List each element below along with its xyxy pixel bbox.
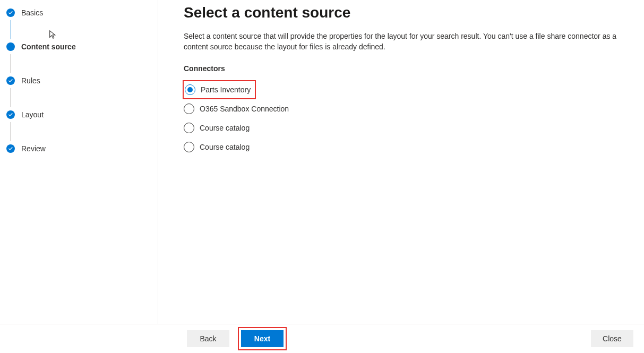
close-button[interactable]: Close — [591, 330, 633, 347]
radio-icon — [185, 84, 195, 95]
current-step-icon — [6, 42, 15, 51]
page-description: Select a content source that will provid… — [184, 31, 631, 53]
step-label: Review — [21, 144, 46, 153]
step-connector — [11, 88, 19, 107]
connector-label: Parts Inventory — [201, 85, 251, 94]
main-content: Select a content source Select a content… — [158, 0, 644, 324]
wizard-step-review[interactable]: Review — [6, 141, 158, 156]
step-label: Basics — [21, 8, 43, 17]
next-button[interactable]: Next — [241, 330, 284, 347]
connector-option[interactable]: Parts Inventory — [184, 80, 631, 99]
step-label: Rules — [21, 76, 40, 85]
connector-label: Course catalog — [200, 124, 250, 132]
page-title: Select a content source — [184, 4, 631, 21]
wizard-step-content-source[interactable]: Content source — [6, 39, 158, 54]
connector-label: O365 Sandbox Connection — [200, 105, 289, 113]
radio-icon — [184, 123, 194, 133]
next-button-highlight: Next — [238, 327, 287, 350]
check-icon — [6, 144, 15, 153]
check-icon — [6, 8, 15, 17]
wizard-step-layout[interactable]: Layout — [6, 107, 158, 122]
selection-highlight: Parts Inventory — [183, 80, 256, 99]
step-connector — [11, 54, 19, 73]
radio-icon — [184, 104, 194, 114]
connector-option[interactable]: O365 Sandbox Connection — [184, 99, 631, 118]
connector-option[interactable]: Course catalog — [184, 137, 631, 157]
wizard-steps-sidebar: Basics Content source Rules Layout R — [0, 0, 158, 324]
connector-label: Course catalog — [200, 143, 250, 151]
step-connector — [11, 122, 19, 141]
wizard-step-basics[interactable]: Basics — [6, 5, 158, 20]
step-label: Layout — [21, 110, 44, 119]
connectors-label: Connectors — [184, 64, 631, 73]
radio-icon — [184, 142, 194, 152]
wizard-footer: Back Next Close — [0, 324, 644, 353]
wizard-step-rules[interactable]: Rules — [6, 73, 158, 88]
connectors-list: Parts Inventory O365 Sandbox Connection … — [184, 80, 631, 157]
connector-option[interactable]: Course catalog — [184, 118, 631, 137]
check-icon — [6, 76, 15, 85]
check-icon — [6, 110, 15, 119]
back-button[interactable]: Back — [187, 330, 229, 347]
step-connector — [11, 20, 19, 39]
step-label: Content source — [21, 42, 76, 51]
